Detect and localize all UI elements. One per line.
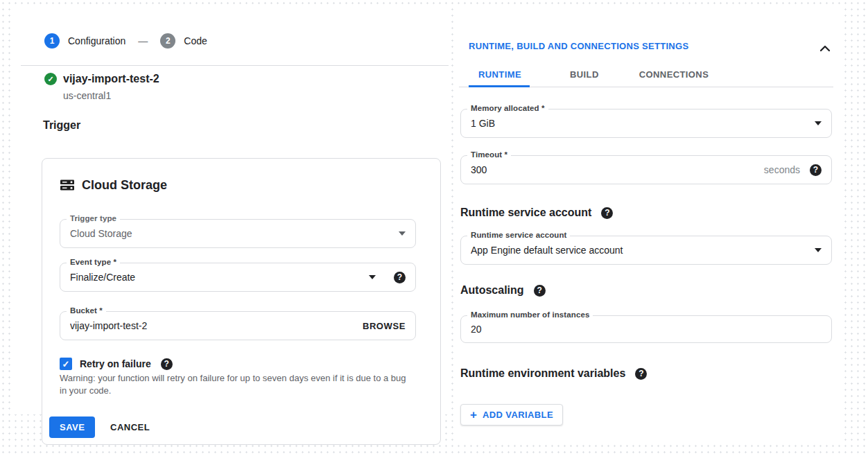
env-vars-help-icon[interactable]: ? [635, 368, 647, 380]
step-separator: — [138, 35, 148, 46]
stepper-divider [21, 65, 449, 66]
timeout-help-icon[interactable]: ? [810, 164, 822, 176]
collapse-section-icon[interactable] [817, 40, 833, 60]
function-header: ✓ vijay-import-test-2 [44, 73, 159, 85]
active-tab-indicator [469, 85, 530, 87]
runtime-settings-title[interactable]: RUNTIME, BUILD AND CONNECTIONS SETTINGS [469, 41, 688, 51]
trigger-type-label: Trigger type [67, 214, 120, 222]
memory-allocated-value: 1 GiB [471, 118, 815, 129]
chevron-down-icon [815, 121, 822, 125]
trigger-type-select[interactable]: Trigger type Cloud Storage [60, 219, 416, 248]
memory-allocated-select[interactable]: Memory allocated * 1 GiB [460, 109, 832, 138]
max-instances-input[interactable] [471, 324, 822, 335]
bucket-field[interactable]: Bucket * BROWSE [60, 311, 416, 340]
step-1-badge[interactable]: 1 [44, 33, 60, 49]
timeout-field[interactable]: Timeout * seconds ? [460, 155, 832, 184]
memory-allocated-label: Memory allocated * [467, 104, 548, 112]
save-button[interactable]: SAVE [49, 416, 95, 438]
event-type-select[interactable]: Event type * Finalize/Create ? [60, 263, 416, 292]
event-type-value: Finalize/Create [70, 272, 369, 283]
trigger-card: Cloud Storage Trigger type Cloud Storage… [42, 158, 441, 445]
autoscaling-heading: Autoscaling [460, 284, 524, 297]
service-account-heading: Runtime service account [460, 207, 591, 219]
timeout-input[interactable] [471, 164, 757, 175]
retry-help-icon[interactable]: ? [161, 358, 173, 370]
wizard-stepper: 1 Configuration — 2 Code [44, 33, 207, 49]
retry-label: Retry on failure [80, 358, 151, 369]
deployed-check-icon: ✓ [44, 73, 57, 85]
timeout-unit: seconds [764, 164, 800, 175]
retry-warning-text: Warning: your function will retry on fai… [60, 372, 412, 398]
service-account-select[interactable]: Runtime service account App Engine defau… [460, 236, 832, 265]
chevron-down-icon [369, 275, 376, 279]
event-type-label: Event type * [67, 258, 120, 266]
browse-button[interactable]: BROWSE [363, 321, 406, 331]
trigger-card-title: Cloud Storage [82, 178, 167, 193]
chevron-down-icon [815, 248, 822, 252]
trigger-type-value: Cloud Storage [70, 228, 399, 239]
step-1-label[interactable]: Configuration [68, 35, 125, 46]
cancel-button[interactable]: CANCEL [106, 416, 154, 438]
service-account-value: App Engine default service account [471, 245, 815, 256]
timeout-label: Timeout * [467, 150, 511, 159]
service-account-label: Runtime service account [467, 231, 570, 239]
max-instances-field[interactable]: Maximum number of instances [460, 315, 832, 343]
step-2-label[interactable]: Code [184, 35, 207, 46]
function-name: vijay-import-test-2 [63, 73, 159, 85]
service-account-help-icon[interactable]: ? [601, 207, 613, 219]
function-region: us-central1 [63, 90, 111, 101]
step-2-badge[interactable]: 2 [160, 33, 175, 49]
env-vars-heading: Runtime environment variables [460, 367, 625, 380]
chevron-down-icon [399, 231, 406, 236]
cloud-storage-icon [60, 177, 75, 193]
bucket-input[interactable] [70, 320, 356, 331]
bucket-label: Bucket * [67, 306, 106, 315]
plus-icon: + [470, 409, 477, 421]
autoscaling-help-icon[interactable]: ? [534, 285, 546, 297]
add-variable-button[interactable]: + ADD VARIABLE [460, 404, 563, 426]
add-variable-label: ADD VARIABLE [483, 410, 553, 420]
event-type-help-icon[interactable]: ? [394, 272, 406, 283]
retry-checkbox[interactable]: ✓ [60, 358, 72, 370]
trigger-section-title: Trigger [43, 119, 80, 132]
max-instances-label: Maximum number of instances [467, 310, 593, 319]
